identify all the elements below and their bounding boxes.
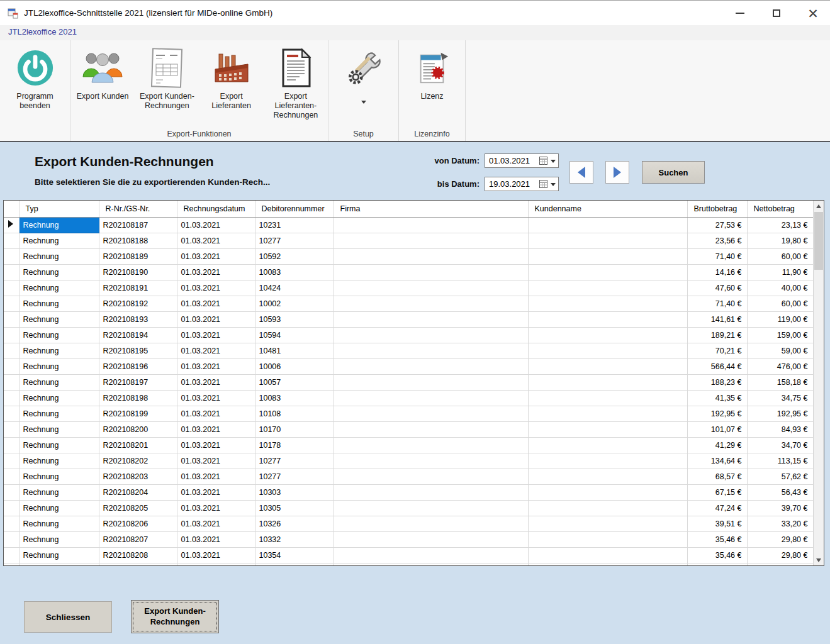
cell-nettobetrag[interactable]: 59,00 € bbox=[747, 343, 813, 358]
cell-rnr[interactable]: R202108191 bbox=[99, 280, 177, 296]
cell-debitorennummer[interactable]: 10594 bbox=[255, 327, 334, 343]
row-selector[interactable] bbox=[4, 421, 19, 437]
column-header-firma[interactable]: Firma bbox=[334, 201, 528, 217]
cell-bruttobetrag[interactable]: 67,15 € bbox=[687, 484, 747, 500]
cell-firma[interactable] bbox=[334, 311, 528, 327]
cell-nettobetrag[interactable]: 19,80 € bbox=[747, 233, 813, 248]
cell-kundenname[interactable] bbox=[528, 531, 687, 547]
column-header-nettobetrag[interactable]: Nettobetrag bbox=[747, 201, 813, 217]
cell-rechnungsdatum[interactable]: 01.03.2021 bbox=[177, 327, 255, 343]
scroll-up-button[interactable] bbox=[814, 201, 824, 211]
cell-firma[interactable] bbox=[334, 248, 528, 264]
cell-rechnungsdatum[interactable]: 01.03.2021 bbox=[177, 248, 255, 264]
cell-typ[interactable]: Rechnung bbox=[19, 327, 99, 343]
table-row[interactable]: RechnungR20210819101.03.20211042447,60 €… bbox=[4, 280, 813, 296]
cell-bruttobetrag[interactable]: 188,23 € bbox=[687, 374, 747, 390]
row-selector-header[interactable] bbox=[4, 201, 19, 217]
cell-nettobetrag[interactable]: 192,95 € bbox=[747, 406, 813, 421]
lizenz-button[interactable]: Lizenz bbox=[400, 44, 465, 127]
cell-kundenname[interactable] bbox=[528, 217, 687, 233]
row-selector[interactable] bbox=[4, 437, 19, 453]
from-date-input[interactable]: 01.03.2021 bbox=[485, 153, 559, 168]
cell-rnr[interactable]: R202108205 bbox=[99, 500, 177, 516]
cell-bruttobetrag[interactable]: 27,53 € bbox=[687, 217, 747, 233]
cell-rnr[interactable]: R202108199 bbox=[99, 406, 177, 421]
cell-debitorennummer[interactable]: 10083 bbox=[255, 264, 334, 280]
cell-rnr[interactable]: R202108194 bbox=[99, 327, 177, 343]
cell-debitorennummer[interactable]: 10002 bbox=[255, 296, 334, 311]
cell-bruttobetrag[interactable]: 41,35 € bbox=[687, 390, 747, 406]
search-button[interactable]: Suchen bbox=[642, 161, 705, 184]
row-selector[interactable] bbox=[4, 547, 19, 563]
cell-debitorennummer[interactable]: 10593 bbox=[255, 311, 334, 327]
row-selector[interactable] bbox=[4, 453, 19, 469]
tab-jtl2lexoffice[interactable]: JTL2lexoffice 2021 bbox=[8, 27, 77, 36]
cell-rnr[interactable]: R202108190 bbox=[99, 264, 177, 280]
cell-bruttobetrag[interactable]: 134,64 € bbox=[687, 453, 747, 469]
row-selector[interactable] bbox=[4, 217, 19, 233]
cell-typ[interactable]: Rechnung bbox=[19, 421, 99, 437]
calendar-icon[interactable] bbox=[539, 157, 547, 165]
row-selector[interactable] bbox=[4, 516, 19, 531]
cell-bruttobetrag[interactable]: 566,44 € bbox=[687, 358, 747, 374]
table-row[interactable]: RechnungR20210820101.03.20211017841,29 €… bbox=[4, 437, 813, 453]
row-selector[interactable] bbox=[4, 531, 19, 547]
cell-rnr[interactable]: R202108201 bbox=[99, 437, 177, 453]
cell-firma[interactable] bbox=[334, 390, 528, 406]
cell-rechnungsdatum[interactable]: 01.03.2021 bbox=[177, 500, 255, 516]
row-selector[interactable] bbox=[4, 280, 19, 296]
table-row[interactable]: RechnungR20210820801.03.20211035435,46 €… bbox=[4, 547, 813, 563]
row-selector[interactable] bbox=[4, 248, 19, 264]
cell-rechnungsdatum[interactable]: 01.03.2021 bbox=[177, 437, 255, 453]
cell-debitorennummer[interactable]: 10108 bbox=[255, 406, 334, 421]
cell-rechnungsdatum[interactable]: 01.03.2021 bbox=[177, 469, 255, 484]
cell-kundenname[interactable] bbox=[528, 390, 687, 406]
to-date-input[interactable]: 19.03.2021 bbox=[485, 177, 559, 191]
cell-kundenname[interactable] bbox=[528, 547, 687, 563]
column-header-rnr[interactable]: R-Nr./GS-Nr. bbox=[99, 201, 177, 217]
cell-bruttobetrag[interactable]: 192,95 € bbox=[687, 406, 747, 421]
cell-firma[interactable] bbox=[334, 374, 528, 390]
cell-kundenname[interactable] bbox=[528, 280, 687, 296]
table-row[interactable]: RechnungR20210819701.03.202110057188,23 … bbox=[4, 374, 813, 390]
cell-nettobetrag[interactable]: 57,62 € bbox=[747, 469, 813, 484]
cell-rechnungsdatum[interactable]: 01.03.2021 bbox=[177, 563, 255, 566]
cell-debitorennummer[interactable]: 10057 bbox=[255, 374, 334, 390]
row-selector[interactable] bbox=[4, 343, 19, 358]
cell-kundenname[interactable] bbox=[528, 343, 687, 358]
cell-kundenname[interactable] bbox=[528, 421, 687, 437]
table-row[interactable]: RechnungR20210820601.03.20211032639,51 €… bbox=[4, 516, 813, 531]
cell-bruttobetrag[interactable]: 14,16 € bbox=[687, 264, 747, 280]
cell-debitorennummer[interactable]: 10424 bbox=[255, 563, 334, 566]
maximize-button[interactable] bbox=[762, 1, 791, 26]
cell-kundenname[interactable] bbox=[528, 469, 687, 484]
row-selector[interactable] bbox=[4, 469, 19, 484]
scroll-down-button[interactable] bbox=[814, 555, 824, 565]
table-row[interactable]: RechnungR20210820401.03.20211030367,15 €… bbox=[4, 484, 813, 500]
scrollbar-thumb[interactable] bbox=[814, 212, 823, 270]
previous-page-button[interactable] bbox=[569, 161, 593, 184]
column-header-kundenname[interactable]: Kundenname bbox=[528, 201, 687, 217]
cell-kundenname[interactable] bbox=[528, 500, 687, 516]
cell-typ[interactable]: Rechnung bbox=[19, 531, 99, 547]
cell-firma[interactable] bbox=[334, 469, 528, 484]
cell-typ[interactable]: Rechnung bbox=[19, 311, 99, 327]
cell-nettobetrag[interactable]: 33,20 € bbox=[747, 516, 813, 531]
table-row[interactable]: RechnungR20210819301.03.202110593141,61 … bbox=[4, 311, 813, 327]
table-row[interactable]: RechnungR20210818801.03.20211027723,56 €… bbox=[4, 233, 813, 248]
cell-nettobetrag[interactable]: 119,00 € bbox=[747, 311, 813, 327]
setup-button[interactable] bbox=[331, 44, 396, 127]
cell-debitorennummer[interactable]: 10354 bbox=[255, 547, 334, 563]
cell-rechnungsdatum[interactable]: 01.03.2021 bbox=[177, 311, 255, 327]
table-row[interactable]: RechnungR20210820001.03.202110170101,07 … bbox=[4, 421, 813, 437]
cell-bruttobetrag[interactable]: 41,29 € bbox=[687, 437, 747, 453]
cell-typ[interactable]: Rechnung bbox=[19, 469, 99, 484]
table-row[interactable]: RechnungR20210820501.03.20211030547,24 €… bbox=[4, 500, 813, 516]
table-row[interactable]: RechnungR20210819501.03.20211048170,21 €… bbox=[4, 343, 813, 358]
cell-rnr[interactable]: R202108207 bbox=[99, 531, 177, 547]
cell-rechnungsdatum[interactable]: 01.03.2021 bbox=[177, 264, 255, 280]
cell-typ[interactable]: Rechnung bbox=[19, 547, 99, 563]
cell-rnr[interactable]: R202108208 bbox=[99, 547, 177, 563]
cell-rnr[interactable]: R202108195 bbox=[99, 343, 177, 358]
cell-rechnungsdatum[interactable]: 01.03.2021 bbox=[177, 233, 255, 248]
